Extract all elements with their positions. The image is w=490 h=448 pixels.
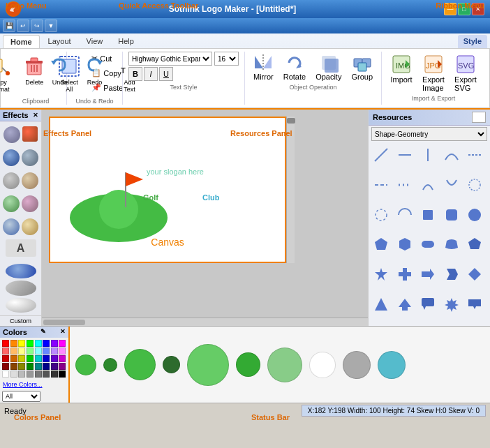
shape-circle[interactable] bbox=[309, 352, 336, 378]
export-svg-button[interactable]: SVG Export SVG bbox=[452, 52, 480, 94]
color-cell[interactable] bbox=[43, 371, 50, 378]
effect-circle-5[interactable] bbox=[3, 172, 20, 189]
color-cell[interactable] bbox=[10, 340, 17, 347]
color-cell[interactable] bbox=[51, 340, 58, 347]
qa-dropdown-button[interactable]: ▼ bbox=[45, 20, 57, 32]
shape-preview-item[interactable] bbox=[267, 348, 302, 382]
shape-preview-item[interactable] bbox=[75, 354, 96, 375]
color-cell[interactable] bbox=[2, 340, 9, 347]
shape-circle[interactable] bbox=[75, 354, 96, 375]
tab-view[interactable]: View bbox=[80, 35, 110, 48]
import-button[interactable]: IMG Import bbox=[387, 52, 415, 94]
shape-circle[interactable] bbox=[267, 348, 302, 382]
qa-save-button[interactable]: 💾 bbox=[3, 20, 15, 32]
color-cell[interactable] bbox=[27, 371, 34, 378]
effect-circle-7[interactable] bbox=[3, 195, 20, 212]
color-cell[interactable] bbox=[51, 371, 58, 378]
effect-circle-10[interactable] bbox=[22, 218, 38, 235]
color-cell[interactable] bbox=[2, 371, 9, 378]
mirror-button[interactable]: Mirror bbox=[251, 52, 276, 82]
effect-gradient-1[interactable] bbox=[6, 264, 36, 278]
bold-button[interactable]: B bbox=[128, 67, 142, 81]
canvas-scroll[interactable]: Golf Club your slogan here Canvas bbox=[42, 110, 368, 318]
resource-callout[interactable] bbox=[418, 294, 438, 314]
canvas-hscroll[interactable] bbox=[42, 318, 368, 326]
redo-button[interactable]: Redo bbox=[78, 52, 110, 89]
hscroll-thumb[interactable] bbox=[43, 320, 85, 325]
color-cell[interactable] bbox=[10, 363, 17, 370]
resource-triangle[interactable] bbox=[371, 294, 391, 314]
color-cell[interactable] bbox=[43, 363, 50, 370]
resource-chevron[interactable] bbox=[442, 264, 461, 284]
color-cell[interactable] bbox=[59, 348, 66, 354]
resource-shape-2[interactable] bbox=[465, 234, 484, 254]
effect-circle-9[interactable] bbox=[3, 218, 20, 235]
color-cell[interactable] bbox=[35, 348, 42, 354]
shape-circle[interactable] bbox=[236, 352, 260, 377]
copy-format-button[interactable]: A Copy Format bbox=[0, 52, 15, 96]
shape-preview-item[interactable] bbox=[163, 356, 180, 373]
resource-square-rounded[interactable] bbox=[442, 205, 461, 225]
tab-layout[interactable]: Layout bbox=[41, 35, 78, 48]
resource-cross[interactable] bbox=[395, 264, 415, 284]
resource-pentagon[interactable] bbox=[371, 234, 391, 254]
color-cell[interactable] bbox=[35, 363, 42, 370]
colors-close-icon[interactable]: ✕ bbox=[60, 328, 66, 336]
export-image-button[interactable]: JPG Export Image bbox=[420, 52, 447, 94]
resource-badge[interactable] bbox=[442, 294, 461, 314]
resource-rounded-rect-2[interactable] bbox=[418, 234, 438, 254]
color-cell[interactable] bbox=[59, 363, 66, 370]
resource-dot-circle-2[interactable] bbox=[371, 205, 391, 225]
effect-gradient-3[interactable] bbox=[6, 298, 36, 313]
color-cell[interactable] bbox=[10, 371, 17, 378]
canvas-vscroll[interactable] bbox=[286, 117, 295, 263]
shape-preview-item[interactable] bbox=[124, 349, 156, 380]
effect-circle-8[interactable] bbox=[22, 195, 38, 212]
color-cell[interactable] bbox=[35, 340, 42, 347]
group-button[interactable]: Group bbox=[348, 52, 376, 82]
shape-circle[interactable] bbox=[343, 351, 371, 379]
color-cell[interactable] bbox=[18, 340, 25, 347]
italic-button[interactable]: I bbox=[144, 67, 158, 81]
resource-dashed-3[interactable] bbox=[395, 175, 415, 195]
font-size-select[interactable]: 16 bbox=[214, 52, 239, 66]
resource-diamond[interactable] bbox=[465, 264, 484, 284]
effect-gradient-2[interactable] bbox=[6, 281, 36, 295]
shape-preview-item[interactable] bbox=[343, 351, 371, 379]
shape-preview-item[interactable] bbox=[187, 344, 229, 386]
effect-circle-1[interactable] bbox=[3, 126, 20, 143]
resource-arc-1[interactable] bbox=[418, 175, 438, 195]
resource-circle-filled[interactable] bbox=[465, 205, 484, 225]
resource-square-filled[interactable] bbox=[418, 205, 438, 225]
effect-circle-2[interactable] bbox=[22, 126, 38, 142]
resource-star[interactable] bbox=[371, 264, 391, 284]
shape-preview-item[interactable] bbox=[309, 352, 336, 378]
shape-circle[interactable] bbox=[124, 349, 156, 380]
resource-arrow-right[interactable] bbox=[418, 264, 438, 284]
resource-line-3[interactable] bbox=[418, 145, 438, 165]
resource-hexagon[interactable] bbox=[395, 234, 415, 254]
resource-arc-2[interactable] bbox=[442, 175, 461, 195]
color-cell[interactable] bbox=[51, 355, 58, 362]
resource-dashed-1[interactable] bbox=[465, 145, 484, 165]
qa-redo-button[interactable]: ↪ bbox=[31, 20, 43, 32]
color-cell[interactable] bbox=[18, 371, 25, 378]
underline-button[interactable]: U bbox=[159, 67, 173, 81]
color-cell[interactable] bbox=[18, 348, 25, 354]
rotate-button[interactable]: Rotate bbox=[281, 52, 309, 82]
color-cell[interactable] bbox=[27, 348, 34, 354]
resource-line-2[interactable] bbox=[395, 145, 415, 165]
shape-preview-item[interactable] bbox=[236, 352, 260, 377]
font-family-select[interactable]: Highway Gothic Expar bbox=[128, 52, 212, 66]
color-cell[interactable] bbox=[35, 355, 42, 362]
resource-dashed-2[interactable] bbox=[371, 175, 391, 195]
effect-circle-6[interactable] bbox=[22, 172, 38, 189]
color-cell[interactable] bbox=[2, 348, 9, 354]
more-colors-button[interactable]: More Colors... bbox=[0, 380, 68, 389]
resources-search-input[interactable] bbox=[472, 112, 486, 123]
resource-shape-1[interactable] bbox=[442, 234, 461, 254]
color-cell[interactable] bbox=[10, 355, 17, 362]
opacity-button[interactable]: Opacity bbox=[313, 52, 344, 82]
color-cell[interactable] bbox=[18, 363, 25, 370]
color-cell[interactable] bbox=[51, 363, 58, 370]
